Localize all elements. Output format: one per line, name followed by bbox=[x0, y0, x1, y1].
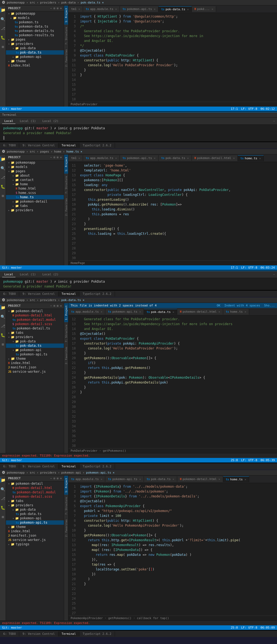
activity-git-4[interactable]: ⎇ bbox=[1, 496, 5, 501]
activity-search[interactable]: 🔍 bbox=[1, 17, 5, 22]
bottom-tab-ts-4[interactable]: TypeScript 2.6.2 bbox=[80, 631, 115, 636]
tab3-pokemonapi[interactable]: ts pokemon-api.ts✕ bbox=[105, 309, 144, 315]
vert-label-structure-4[interactable]: 7: Structure bbox=[64, 495, 68, 517]
tab-pokemonapi[interactable]: ts pokemon-api.ts✕ bbox=[120, 6, 159, 12]
activity-search-2[interactable]: 🔍 bbox=[1, 166, 5, 171]
tree-pokemon-ts[interactable]: ts pokemon.ts bbox=[6, 20, 64, 24]
activity-debug[interactable]: 🐛 bbox=[1, 35, 5, 40]
bottom-tab-terminal-3[interactable]: Terminal bbox=[58, 464, 80, 469]
tree4-pokdatats[interactable]: ts pok-data.ts bbox=[6, 512, 64, 516]
tab4-pokemonapi[interactable]: ts pokemon-api.ts✕ bbox=[105, 476, 144, 482]
tree2-homehtml[interactable]: H home.html bbox=[6, 186, 64, 191]
vert-label-structure-3[interactable]: 7: Structure bbox=[64, 322, 68, 344]
activity-search-4[interactable]: 🔍 bbox=[1, 487, 5, 492]
tree-pokdata-folder[interactable]: 📁 pok-data bbox=[6, 46, 64, 50]
tree2-homescss[interactable]: S home.scss bbox=[6, 191, 64, 195]
tree4-pokemonapits[interactable]: ts pokemon-api.ts bbox=[6, 520, 64, 525]
vert-label-structure[interactable]: 7: Structure bbox=[64, 25, 68, 47]
tree4-index[interactable]: H index.html bbox=[6, 529, 64, 533]
tab3-appmodule[interactable]: ts app.module.ts✕ bbox=[68, 309, 105, 315]
notification-show[interactable]: Sho... bbox=[264, 304, 275, 307]
tree4-typings[interactable]: 📁 typings bbox=[6, 542, 64, 546]
bottom-tab-ts-2[interactable]: TypeScript 2.6.2 bbox=[80, 291, 115, 296]
terminal-tab2-local2[interactable]: Local (2) bbox=[40, 272, 61, 277]
tab2-pokemonapi[interactable]: ts pokemon-api.ts✕ bbox=[120, 155, 159, 161]
tree3-tabs[interactable]: 📁 tabs bbox=[6, 331, 64, 335]
tree3-serviceworker[interactable]: JS service-worker.js bbox=[6, 369, 64, 374]
tree4-tabs[interactable]: 📁 tabs bbox=[6, 499, 64, 503]
notification-ok[interactable]: OK bbox=[217, 304, 220, 307]
tree3-manifest[interactable]: J manifest.json bbox=[6, 365, 64, 369]
tree3-pokdata-ts[interactable]: ts pok-data.ts bbox=[6, 344, 64, 348]
tree3-theme[interactable]: 📁 theme bbox=[6, 356, 64, 361]
bottom-tab-ts-3[interactable]: TypeScript 2.6.2 bbox=[80, 464, 115, 469]
notification-indent[interactable]: Indent with 4 spaces bbox=[224, 304, 260, 307]
tab4-homets[interactable]: ts home.ts✕ bbox=[223, 476, 249, 482]
tree3-pokemonapits[interactable]: ts pokemon-api.ts bbox=[6, 352, 64, 356]
tree3-index[interactable]: H index.html bbox=[6, 361, 64, 365]
terminal-tab-local1[interactable]: Local (1) bbox=[18, 118, 38, 124]
bottom-tab-todo-4[interactable]: 6: TODO bbox=[0, 631, 19, 636]
vert-label-favorites-2[interactable]: 2: Favorites bbox=[64, 196, 68, 218]
activity-git-2[interactable]: ⎇ bbox=[1, 175, 5, 180]
bottom-tab-terminal-4[interactable]: Terminal bbox=[58, 631, 80, 636]
activity-explorer-3[interactable]: 📁 bbox=[1, 305, 5, 310]
activity-ext-4[interactable]: ⊞ bbox=[1, 514, 5, 519]
tree-pages[interactable]: 📁 pages bbox=[6, 37, 64, 42]
tab-appmodule[interactable]: ts app.module.ts✕ bbox=[83, 6, 120, 12]
tree-pokdata-ts[interactable]: ts pok-data.ts bbox=[6, 50, 64, 55]
tab2-pokemondetailhtml[interactable]: H pokemon-detail.html✕ bbox=[192, 155, 238, 161]
tree3-pokemondetailhtml[interactable]: H pokemon-detail.html bbox=[6, 313, 64, 318]
activity-git[interactable]: ⎇ bbox=[1, 26, 5, 31]
tree3-pokemondetailts[interactable]: ts pokemon-detail.ts bbox=[6, 326, 64, 331]
tab2-appmodule[interactable]: ts app.module.ts✕ bbox=[83, 155, 120, 161]
tree3-pokemonapi[interactable]: 📁 pokemon-api bbox=[6, 348, 64, 352]
terminal-tab-local[interactable]: Local bbox=[2, 118, 15, 124]
tree-pokemonresults-ts[interactable]: ts pokemon-results.ts bbox=[6, 33, 64, 37]
bottom-tab-ts-1[interactable]: TypeScript 2.6.2 bbox=[80, 143, 115, 148]
tree4-pokemondetailmodul[interactable]: ts pokemon-detail.modul bbox=[6, 490, 64, 494]
vert-label-favorites-4[interactable]: 2: Favorites bbox=[64, 517, 68, 539]
activity-debug-4[interactable]: 🐛 bbox=[1, 505, 5, 510]
bottom-tab-terminal-1[interactable]: Terminal bbox=[58, 143, 80, 148]
tree2-models[interactable]: 📁 models bbox=[6, 165, 64, 169]
vert-label-project[interactable]: 1: Project bbox=[64, 5, 68, 25]
vert-label-project-3[interactable]: 1: Project bbox=[64, 303, 68, 322]
tree3-providers[interactable]: 📁 providers bbox=[6, 335, 64, 339]
vert-label-structure-2[interactable]: 7: Structure bbox=[64, 174, 68, 196]
activity-explorer[interactable]: 📁 bbox=[1, 8, 5, 12]
tree2-contact[interactable]: 📁 contact bbox=[6, 178, 64, 182]
tree-theme[interactable]: 📁 theme bbox=[6, 59, 64, 63]
activity-git-3[interactable]: ⎇ bbox=[1, 323, 5, 328]
bottom-tab-vc-4[interactable]: 9: Version Control bbox=[19, 631, 58, 636]
terminal-tab-local2[interactable]: Local (2) bbox=[40, 118, 61, 124]
tree2-home[interactable]: 📁 home bbox=[6, 182, 64, 186]
tab2-tm1[interactable]: tm1✕ bbox=[68, 155, 83, 161]
tree4-pokemondetail[interactable]: 📁 pokemon-detail bbox=[6, 481, 64, 486]
tree-models[interactable]: 📁 models bbox=[6, 16, 64, 20]
tab2-pokdata[interactable]: ts pok-data.ts✕ bbox=[159, 155, 192, 161]
bottom-tab-vc-1[interactable]: 9: Version Control bbox=[19, 143, 58, 148]
vert-label-project-4[interactable]: 1: Project bbox=[64, 475, 68, 495]
bottom-tab-vc-2[interactable]: 9: Version Control bbox=[19, 291, 58, 296]
tab4-appmodule[interactable]: ts app.module.ts✕ bbox=[68, 476, 105, 482]
tree2-pokemondetail[interactable]: 📁 pokemon-detail bbox=[6, 199, 64, 204]
bottom-tab-todo-3[interactable]: 6: TODO bbox=[0, 464, 19, 469]
tree2-root[interactable]: 📁 pokemonapp bbox=[6, 160, 64, 165]
tree2-providers[interactable]: 📁 providers bbox=[6, 208, 64, 212]
tree-root[interactable]: 📁 pokemonapp bbox=[6, 11, 64, 16]
activity-explorer-2[interactable]: 📁 bbox=[1, 157, 5, 161]
tree4-providers[interactable]: 📁 providers bbox=[6, 503, 64, 507]
bottom-tab-todo-1[interactable]: 6: TODO bbox=[0, 143, 19, 148]
terminal-tab2-local1[interactable]: Local (1) bbox=[18, 272, 38, 277]
tree2-homets[interactable]: ts home.ts bbox=[6, 195, 64, 199]
tab3-pokemondetailhtml[interactable]: H pokemon-detail.html✕ bbox=[177, 309, 223, 315]
tree-pokemonapi-folder[interactable]: 📁 pokemon-api bbox=[6, 55, 64, 59]
activity-debug-2[interactable]: 🐛 bbox=[1, 184, 5, 189]
vert-label-favorites-3[interactable]: 2: Favorites bbox=[64, 344, 68, 366]
activity-debug-3[interactable]: 🐛 bbox=[1, 333, 5, 338]
activity-extensions[interactable]: ⊞ bbox=[1, 44, 5, 49]
tab4-pokdata[interactable]: ts pok-data.ts✕ bbox=[144, 476, 177, 482]
tab-pokdata[interactable]: ts pok-data.ts✕ bbox=[159, 6, 192, 12]
tree-pokemondata-ts[interactable]: ts pokemon-data.ts bbox=[6, 24, 64, 29]
